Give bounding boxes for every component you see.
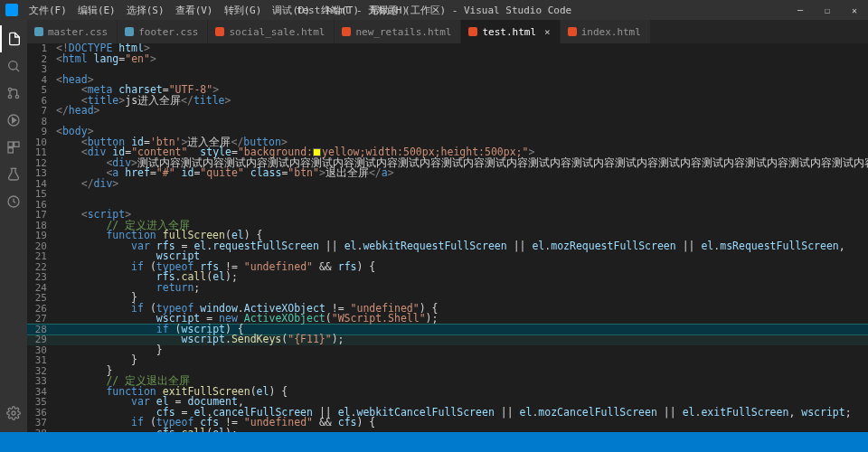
code-line[interactable]: 2<html lang="en"> xyxy=(27,54,868,65)
settings-gear-icon[interactable] xyxy=(0,400,27,427)
svg-point-2 xyxy=(8,88,11,90)
line-content[interactable] xyxy=(56,64,868,75)
line-number: 35 xyxy=(27,397,56,408)
line-number: 13 xyxy=(27,168,56,179)
svg-rect-9 xyxy=(8,148,13,153)
line-number: 31 xyxy=(27,355,56,366)
activity-bar xyxy=(0,20,27,432)
tab[interactable]: master.css xyxy=(27,20,118,43)
line-number: 29 xyxy=(27,334,56,345)
line-content[interactable]: </head> xyxy=(56,106,868,117)
close-tab-icon[interactable]: × xyxy=(544,26,551,38)
tab[interactable]: index.html xyxy=(561,20,651,43)
line-content[interactable]: <a href="#" id="quite" class="btn">退出全屏<… xyxy=(56,168,868,179)
tab-label: footer.css xyxy=(138,26,198,38)
code-line[interactable]: 38 cfs.call(el); xyxy=(27,428,868,433)
line-number: 19 xyxy=(27,231,56,241)
window-title: test.html - 无标题 (工作区) - Visual Studio Co… xyxy=(297,4,571,17)
svg-point-3 xyxy=(15,95,18,98)
code-line[interactable]: 24 return; xyxy=(27,283,868,294)
line-number: 27 xyxy=(27,314,56,325)
line-content[interactable]: </div> xyxy=(56,179,868,190)
menu-item[interactable]: 查看(V) xyxy=(170,4,219,17)
line-number: 3 xyxy=(27,64,56,75)
line-content[interactable]: } xyxy=(56,345,868,356)
html-file-icon xyxy=(468,27,477,36)
html-file-icon xyxy=(215,27,224,36)
line-content[interactable]: cfs.call(el); xyxy=(56,428,868,433)
code-line[interactable]: 8 xyxy=(27,117,868,127)
line-number: 7 xyxy=(27,106,56,117)
tabs-row: master.cssfooter.csssocial_sale.htmlnew_… xyxy=(27,20,868,43)
line-content[interactable]: wscript.SendKeys("{F11}"); xyxy=(56,334,868,345)
menu-item[interactable]: 选择(S) xyxy=(121,4,170,17)
code-line[interactable]: 31 } xyxy=(27,355,868,366)
maximize-button[interactable]: ☐ xyxy=(814,0,841,20)
code-line[interactable]: 16 xyxy=(27,200,868,211)
line-content[interactable]: <title>js进入全屏</title> xyxy=(56,96,868,107)
svg-point-12 xyxy=(12,411,15,415)
tab-label: master.css xyxy=(48,26,108,38)
line-number: 37 xyxy=(27,418,56,428)
menu-item[interactable]: 转到(G) xyxy=(219,4,268,17)
menu-item[interactable]: 文件(F) xyxy=(24,4,72,17)
vscode-logo-icon xyxy=(5,4,18,16)
line-number: 23 xyxy=(27,272,56,283)
css-file-icon xyxy=(34,27,43,36)
line-content[interactable]: <!DOCTYPE html> xyxy=(56,43,868,54)
line-content[interactable] xyxy=(56,189,868,200)
tab-label: test.html xyxy=(482,26,536,38)
line-content[interactable]: } xyxy=(56,355,868,366)
line-number: 9 xyxy=(27,127,56,137)
minimize-button[interactable]: ─ xyxy=(787,0,814,20)
svg-marker-6 xyxy=(13,118,16,122)
line-number: 5 xyxy=(27,85,56,96)
html-file-icon xyxy=(568,27,577,36)
menu-item[interactable]: 编辑(E) xyxy=(72,4,121,17)
svg-rect-8 xyxy=(14,142,19,146)
line-number: 38 xyxy=(27,428,56,433)
line-number: 17 xyxy=(27,210,56,221)
line-content[interactable]: return; xyxy=(56,283,868,294)
code-line[interactable]: 7</head> xyxy=(27,106,868,117)
line-content[interactable]: <html lang="en"> xyxy=(56,54,868,65)
tab[interactable]: new_retails.html xyxy=(335,20,461,43)
line-content[interactable] xyxy=(56,117,868,127)
code-line[interactable]: 13 <a href="#" id="quite" class="btn">退出… xyxy=(27,168,868,179)
source-control-icon[interactable] xyxy=(0,80,27,107)
code-line[interactable]: 6 <title>js进入全屏</title> xyxy=(27,96,868,107)
tab-label: social_sale.html xyxy=(229,26,325,38)
code-line[interactable]: 30 } xyxy=(27,345,868,356)
code-line[interactable]: 15 xyxy=(27,189,868,200)
line-number: 11 xyxy=(27,147,56,158)
code-line[interactable]: 14 </div> xyxy=(27,179,868,190)
tab-label: new_retails.html xyxy=(355,26,451,38)
tab[interactable]: test.html× xyxy=(461,20,560,43)
explorer-icon[interactable] xyxy=(0,25,27,52)
svg-line-1 xyxy=(16,69,19,71)
line-number: 21 xyxy=(27,251,56,262)
tab[interactable]: footer.css xyxy=(118,20,208,43)
extensions-icon[interactable] xyxy=(0,134,27,161)
titlebar: 文件(F)编辑(E)选择(S)查看(V)转到(G)调试(D)终端(T)帮助(H)… xyxy=(0,0,868,20)
css-file-icon xyxy=(125,27,134,36)
svg-rect-7 xyxy=(8,142,13,146)
line-content[interactable] xyxy=(56,200,868,211)
tab[interactable]: social_sale.html xyxy=(208,20,335,43)
code-line[interactable]: 3 xyxy=(27,64,868,75)
close-button[interactable]: ✕ xyxy=(841,0,868,20)
svg-point-4 xyxy=(8,95,11,98)
timeline-icon[interactable] xyxy=(0,188,27,215)
testing-icon[interactable] xyxy=(0,161,27,188)
line-number: 15 xyxy=(27,189,56,200)
debug-icon[interactable] xyxy=(0,107,27,134)
code-editor[interactable]: 1<!DOCTYPE html>2<html lang="en">34<head… xyxy=(27,43,868,432)
editor-area: master.cssfooter.csssocial_sale.htmlnew_… xyxy=(27,20,868,432)
line-number: 33 xyxy=(27,376,56,387)
svg-point-0 xyxy=(9,61,17,70)
line-number: 1 xyxy=(27,43,56,54)
line-number: 25 xyxy=(27,293,56,304)
html-file-icon xyxy=(342,27,351,36)
search-icon[interactable] xyxy=(0,52,27,80)
status-bar xyxy=(0,432,868,452)
